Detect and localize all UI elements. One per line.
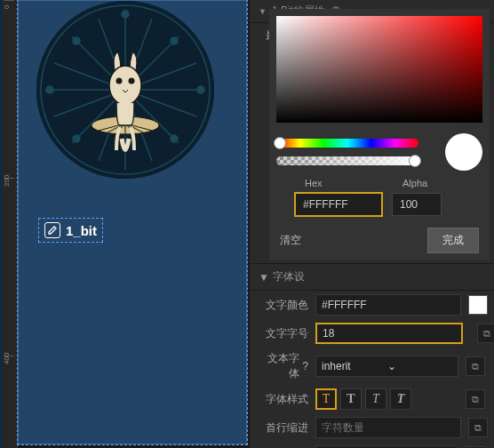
clear-button[interactable]: 清空 <box>280 233 301 248</box>
label-font-size: 文字字号 <box>259 326 308 341</box>
alpha-slider[interactable] <box>276 156 418 165</box>
label-first-indent: 首行缩进 <box>259 420 308 436</box>
help-icon[interactable]: ? <box>302 360 308 372</box>
svg-point-11 <box>116 78 123 84</box>
svg-point-4 <box>197 86 204 93</box>
label-font-style: 字体样式 <box>259 392 308 407</box>
canvas-stage[interactable]: 1_bit <box>18 0 247 444</box>
done-button[interactable]: 完成 <box>427 228 479 253</box>
hex-input[interactable] <box>294 192 383 217</box>
style-italic-button[interactable]: T <box>365 388 386 410</box>
svg-point-2 <box>122 11 129 18</box>
ruler-vertical: 0 200 400 <box>2 0 18 448</box>
hue-handle[interactable] <box>274 137 286 149</box>
properties-panel: ▼ 1 Bit的属性 ? — 最大字数 最 溢出处 充 换行 高亮显 高 高亮文… <box>250 0 494 448</box>
svg-point-6 <box>73 135 80 142</box>
svg-point-3 <box>171 37 178 44</box>
svg-point-12 <box>129 78 135 84</box>
svg-point-5 <box>171 135 178 142</box>
alpha-label: Alpha <box>402 178 452 188</box>
copy-icon[interactable]: ⧉ <box>477 324 494 343</box>
edit-icon <box>44 222 60 238</box>
font-family-select[interactable]: inherit ⌄ <box>315 356 458 377</box>
text-content: 1_bit <box>66 223 97 238</box>
alpha-input[interactable] <box>392 193 442 216</box>
chevron-down-icon: ⌄ <box>387 360 453 372</box>
font-size-input[interactable] <box>315 323 463 344</box>
color-swatch[interactable] <box>468 295 488 315</box>
first-indent-input[interactable] <box>315 417 461 438</box>
svg-point-8 <box>73 37 80 44</box>
text-color-input[interactable] <box>315 294 461 316</box>
hex-label: Hex <box>305 178 394 188</box>
avatar-image[interactable] <box>36 1 214 179</box>
style-normal-button[interactable]: T <box>315 388 337 410</box>
color-picker-popup: Hex Alpha 清空 完成 <box>269 9 490 260</box>
color-preview <box>445 133 482 171</box>
svg-point-10 <box>109 66 141 105</box>
hue-slider[interactable] <box>276 139 418 148</box>
saturation-field[interactable] <box>276 16 482 123</box>
style-bold-button[interactable]: T <box>340 388 362 410</box>
label-font-family: 文本字体 ? <box>259 351 308 381</box>
alpha-handle[interactable] <box>409 155 421 167</box>
copy-icon[interactable]: ⧉ <box>466 389 485 409</box>
svg-point-7 <box>46 86 53 93</box>
collapse-triangle-icon: ▼ <box>259 7 267 16</box>
canvas-panel: 0 200 400 <box>0 0 250 448</box>
font-section-header[interactable]: ▼ 字体设 <box>250 263 494 291</box>
label-text-color: 文字颜色 <box>259 298 308 313</box>
style-bold-italic-button[interactable]: T <box>390 388 411 410</box>
copy-icon[interactable]: ⧉ <box>468 418 488 437</box>
copy-icon[interactable]: ⧉ <box>466 356 485 376</box>
text-element[interactable]: 1_bit <box>38 218 103 243</box>
